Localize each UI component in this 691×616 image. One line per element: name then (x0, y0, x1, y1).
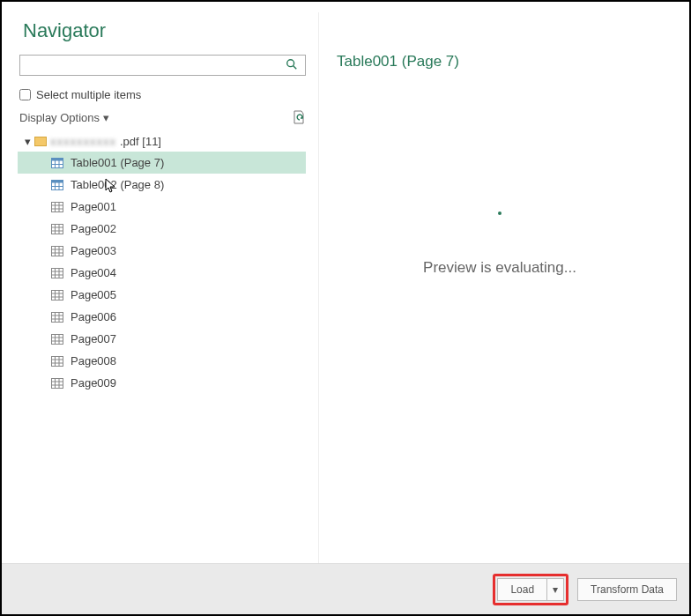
search-input[interactable] (24, 59, 282, 72)
svg-rect-52 (52, 378, 63, 388)
display-options-label: Display Options (19, 111, 100, 124)
search-icon[interactable] (282, 58, 301, 73)
tree-root-node[interactable]: ▾ xxxxxxxxxx .pdf [11] (18, 131, 306, 152)
svg-rect-37 (52, 312, 63, 322)
search-box[interactable] (19, 55, 306, 76)
tree-item-label: Page006 (71, 310, 116, 323)
page-icon (51, 202, 63, 212)
svg-rect-22 (52, 246, 63, 256)
tree-item[interactable]: Page005 (18, 284, 306, 306)
page-icon (51, 334, 63, 345)
loading-text: Preview is evaluating... (423, 259, 576, 277)
chevron-down-icon: ▾ (103, 111, 109, 124)
select-multiple-input[interactable] (19, 89, 31, 100)
display-options-dropdown[interactable]: Display Options ▾ (19, 111, 109, 124)
tree-item[interactable]: Page002 (18, 218, 306, 240)
svg-rect-17 (52, 224, 63, 234)
load-button-highlight: Load ▾ (493, 574, 568, 605)
chevron-down-icon: ▾ (553, 583, 558, 596)
page-icon (51, 290, 63, 301)
svg-rect-3 (52, 158, 63, 160)
tree-item-label: Page009 (71, 376, 116, 390)
folder-icon (34, 137, 47, 146)
svg-rect-42 (52, 334, 63, 344)
tree-item[interactable]: Page003 (18, 240, 306, 262)
transform-data-button[interactable]: Transform Data (577, 578, 677, 601)
page-icon (51, 246, 63, 256)
tree-item-label: Page001 (71, 200, 116, 213)
svg-rect-8 (52, 180, 63, 182)
tree-item-label: Table001 (Page 7) (71, 156, 164, 169)
caret-down-icon: ▾ (25, 135, 31, 148)
select-multiple-checkbox[interactable]: Select multiple items (19, 88, 306, 101)
navigator-panel: Navigator Select multiple items Display … (18, 12, 319, 563)
tree-item[interactable]: Page004 (18, 262, 306, 284)
svg-rect-32 (52, 290, 63, 300)
navigator-title: Navigator (23, 19, 306, 42)
tree-item[interactable]: Page009 (18, 372, 306, 394)
tree-item-label: Page008 (71, 354, 116, 367)
footer-bar: Load ▾ Transform Data (2, 563, 689, 614)
table-icon (51, 180, 63, 190)
loading-dot (498, 212, 502, 215)
page-icon (51, 312, 63, 323)
tree-item[interactable]: Page008 (18, 350, 306, 372)
preview-title: Table001 (Page 7) (337, 53, 663, 71)
load-dropdown-button[interactable]: ▾ (546, 578, 564, 601)
tree-item[interactable]: Page007 (18, 328, 306, 350)
svg-line-1 (293, 65, 297, 69)
svg-rect-27 (52, 268, 63, 278)
tree-root-blurred: xxxxxxxxxx (50, 135, 116, 148)
navigator-tree: ▾ xxxxxxxxxx .pdf [11] Table001 (Page 7)… (18, 131, 306, 394)
tree-item-label: Table002 (Page 8) (71, 178, 164, 191)
page-icon (51, 378, 63, 389)
tree-item[interactable]: Page001 (18, 196, 306, 218)
tree-item-label: Page003 (71, 244, 116, 257)
page-icon (51, 224, 63, 234)
tree-item-label: Page002 (71, 222, 116, 235)
tree-item-label: Page004 (71, 266, 116, 279)
svg-rect-47 (52, 356, 63, 366)
tree-item-label: Page005 (71, 288, 116, 301)
svg-rect-12 (52, 202, 63, 212)
svg-point-0 (287, 59, 294, 66)
tree-item[interactable]: Table001 (Page 7) (18, 152, 306, 174)
table-icon (51, 158, 63, 168)
refresh-icon[interactable] (292, 110, 306, 124)
tree-item[interactable]: Page006 (18, 306, 306, 328)
tree-root-label: .pdf [11] (120, 135, 161, 148)
preview-panel: Table001 (Page 7) Preview is evaluating.… (319, 12, 673, 563)
select-multiple-label: Select multiple items (36, 88, 141, 101)
page-icon (51, 268, 63, 278)
page-icon (51, 356, 63, 367)
load-button[interactable]: Load (497, 578, 546, 601)
tree-item[interactable]: Table002 (Page 8) (18, 174, 306, 196)
tree-item-label: Page007 (71, 332, 116, 345)
